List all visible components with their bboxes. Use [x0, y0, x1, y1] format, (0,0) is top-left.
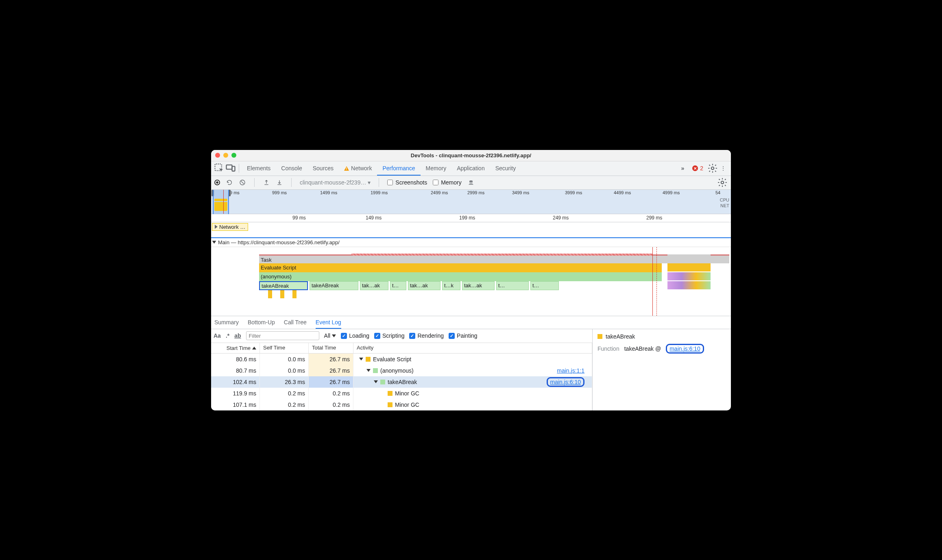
flame-evaluate-script[interactable]: Evaluate Script	[259, 263, 662, 272]
error-badge[interactable]: ✕ 2	[692, 165, 703, 171]
close-icon[interactable]	[215, 153, 220, 158]
painting-checkbox[interactable]: ✓Painting	[449, 332, 478, 339]
more-tabs-icon[interactable]: »	[677, 165, 688, 171]
main-track: Main — https://clinquant-mousse-2f2396.n…	[211, 237, 731, 316]
match-case-icon[interactable]: Aa	[214, 332, 221, 339]
col-self-time[interactable]: Self Time	[260, 343, 309, 353]
col-start-time[interactable]: Start Time	[211, 343, 260, 353]
flame-calls-row: takeABreak takeABreak tak…ak t… tak…ak t…	[259, 281, 662, 290]
tab-security[interactable]: Security	[490, 161, 521, 176]
event-log-row[interactable]: 80.7 ms0.0 ms26.7 ms(anonymous)main.js:1…	[211, 365, 592, 376]
capture-settings-gear-icon[interactable]	[717, 177, 728, 188]
tab-elements[interactable]: Elements	[242, 161, 276, 176]
event-log-header: Start Time Self Time Total Time Activity	[211, 343, 592, 354]
timing-marker	[652, 247, 653, 316]
category-swatch-icon	[388, 391, 392, 396]
rendering-checkbox[interactable]: ✓Rendering	[409, 332, 444, 339]
expand-triangle-icon[interactable]	[359, 358, 363, 360]
flame-call[interactable]: tak…ak	[360, 281, 388, 290]
main-track-header[interactable]: Main — https://clinquant-mousse-2f2396.n…	[211, 238, 731, 247]
event-log-row[interactable]: 119.9 ms0.2 ms0.2 msMinor GC	[211, 388, 592, 399]
svg-point-3	[711, 167, 714, 170]
tab-summary[interactable]: Summary	[214, 316, 239, 329]
col-activity[interactable]: Activity	[353, 343, 592, 353]
loading-checkbox[interactable]: ✓Loading	[341, 332, 369, 339]
tab-network[interactable]: Network	[339, 161, 377, 176]
expand-triangle-icon	[215, 225, 218, 229]
screenshots-checkbox[interactable]: Screenshots	[387, 179, 427, 186]
filter-input[interactable]	[246, 331, 319, 340]
details-split: Aa .* ab All ✓Loading ✓Scripting ✓Render…	[211, 329, 731, 410]
tab-performance[interactable]: Performance	[377, 161, 420, 176]
expand-triangle-icon[interactable]	[366, 369, 371, 372]
match-whole-word-icon[interactable]: ab	[234, 332, 241, 339]
profile-selector[interactable]: clinquant-mousse-2f239… ▾	[300, 179, 371, 186]
timing-marker-dashed	[656, 247, 657, 316]
record-icon[interactable]	[214, 180, 220, 185]
flamechart-ruler[interactable]: 99 ms 149 ms 199 ms 249 ms 299 ms	[211, 214, 731, 222]
performance-toolbar: clinquant-mousse-2f239… ▾ Screenshots Me…	[211, 176, 731, 190]
download-icon[interactable]	[276, 179, 283, 186]
selection-title: takeABreak	[606, 333, 635, 340]
panel-tabstrip: Elements Console Sources Network Perform…	[211, 161, 731, 176]
tab-call-tree[interactable]: Call Tree	[284, 316, 307, 329]
source-link[interactable]: main.js:6:10	[550, 379, 581, 385]
col-total-time[interactable]: Total Time	[309, 343, 353, 353]
event-log-row[interactable]: 102.4 ms26.3 ms26.7 mstakeABreakmain.js:…	[211, 376, 592, 388]
reload-icon[interactable]	[226, 179, 233, 186]
event-log-row[interactable]: 107.1 ms0.2 ms0.2 msMinor GC	[211, 399, 592, 410]
upload-icon[interactable]	[263, 179, 270, 186]
garbage-collect-icon[interactable]	[467, 179, 475, 186]
event-log-row[interactable]: 80.6 ms0.0 ms26.7 msEvaluate Script	[211, 354, 592, 365]
window-title: DevTools - clinquant-mousse-2f2396.netli…	[411, 152, 531, 158]
source-link[interactable]: main.js:1:1	[557, 367, 584, 374]
zoom-icon[interactable]	[231, 153, 236, 158]
duration-filter[interactable]: All	[324, 332, 336, 339]
activity-label: takeABreak	[388, 379, 417, 385]
flamechart[interactable]: Task Evaluate Script (anonymous) takeABr…	[211, 247, 731, 316]
tab-bottom-up[interactable]: Bottom-Up	[248, 316, 275, 329]
tab-console[interactable]: Console	[276, 161, 307, 176]
tab-sources[interactable]: Sources	[307, 161, 339, 176]
tab-application[interactable]: Application	[451, 161, 490, 176]
flame-call[interactable]: tak…ak	[462, 281, 495, 290]
settings-gear-icon[interactable]	[707, 163, 718, 174]
traffic-lights	[215, 153, 236, 158]
tab-event-log[interactable]: Event Log	[316, 316, 341, 329]
flame-anonymous[interactable]: (anonymous)	[259, 272, 662, 281]
flame-call[interactable]: t…	[496, 281, 529, 290]
network-track-header[interactable]: Network …	[212, 223, 248, 231]
flame-task[interactable]: Task	[259, 254, 729, 263]
flame-call[interactable]: t…k	[442, 281, 460, 290]
activity-label: Evaluate Script	[373, 356, 411, 362]
flame-call-selected[interactable]: takeABreak	[259, 281, 308, 290]
event-log-filterbar: Aa .* ab All ✓Loading ✓Scripting ✓Render…	[211, 329, 592, 343]
expand-triangle-icon[interactable]	[374, 380, 378, 383]
flame-call[interactable]: t…	[530, 281, 559, 290]
category-swatch-icon	[366, 357, 371, 362]
error-icon: ✕	[692, 165, 698, 171]
expand-triangle-icon	[212, 241, 216, 244]
flame-call[interactable]: tak…ak	[408, 281, 440, 290]
selection-detail-pane: takeABreak Function takeABreak @ main.js…	[593, 329, 731, 410]
flame-call[interactable]: t…	[390, 281, 406, 290]
source-link-highlighted[interactable]: main.js:6:10	[666, 344, 704, 354]
event-log-body: 80.6 ms0.0 ms26.7 msEvaluate Script80.7 …	[211, 354, 592, 410]
clear-icon[interactable]	[239, 179, 246, 186]
function-label: Function	[597, 345, 619, 352]
flame-call[interactable]: takeABreak	[310, 281, 358, 290]
sort-asc-icon	[252, 347, 256, 349]
scripting-checkbox[interactable]: ✓Scripting	[374, 332, 404, 339]
inspect-element-icon[interactable]	[214, 163, 225, 174]
minimize-icon[interactable]	[223, 153, 228, 158]
titlebar[interactable]: DevTools - clinquant-mousse-2f2396.netli…	[211, 150, 731, 161]
device-toolbar-icon[interactable]	[225, 163, 236, 174]
tab-memory[interactable]: Memory	[421, 161, 452, 176]
memory-checkbox[interactable]: Memory	[433, 179, 462, 186]
timeline-overview[interactable]: 9 ms 999 ms 1499 ms 1999 ms 2499 ms 2999…	[211, 190, 731, 214]
category-swatch-icon	[380, 380, 385, 384]
event-log-pane: Aa .* ab All ✓Loading ✓Scripting ✓Render…	[211, 329, 593, 410]
kebab-menu-icon[interactable]: ⋮	[718, 163, 728, 174]
details-tabstrip: Summary Bottom-Up Call Tree Event Log	[211, 316, 731, 329]
regex-icon[interactable]: .*	[226, 332, 229, 339]
